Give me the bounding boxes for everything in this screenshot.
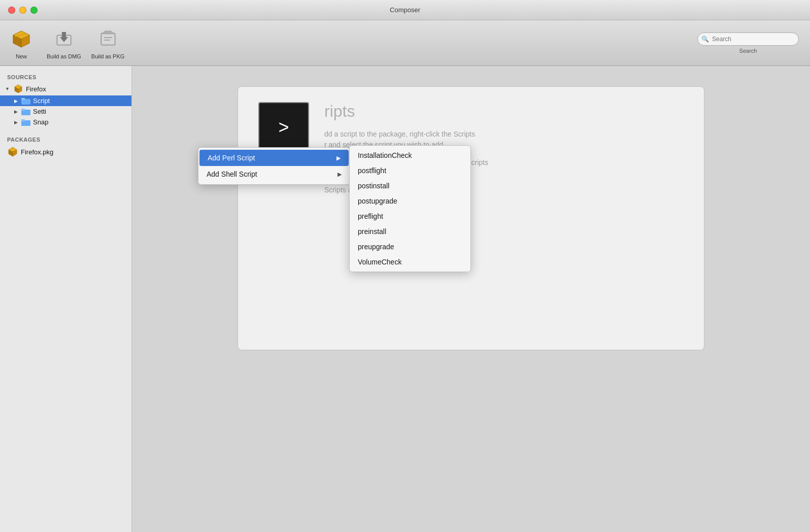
toolbar: New Build as DMG Build as PKG (0, 20, 810, 66)
build-dmg-icon (52, 27, 76, 51)
submenu-item-preupgrade[interactable]: preupgrade (350, 239, 470, 254)
menu-item-add-shell[interactable]: Add Shell Script ▶ (198, 166, 350, 182)
snapshots-arrow-icon: ▶ (14, 120, 18, 125)
build-dmg-button[interactable]: Build as DMG (47, 27, 81, 59)
menu-item-add-perl[interactable]: Add Perl Script ▶ (199, 150, 349, 166)
content-area: > ripts dd a script to the package, righ… (132, 66, 810, 532)
menu-arrow-perl-icon: ▶ (336, 155, 341, 161)
search-input[interactable] (697, 32, 799, 46)
title-bar: Composer (0, 0, 810, 20)
svg-rect-10 (102, 34, 114, 44)
maximize-button[interactable] (30, 7, 38, 14)
firefox-pkg-icon (7, 146, 18, 157)
sidebar-item-snapshots-label: Snap (33, 118, 48, 126)
submenu-item-postinstall[interactable]: postinstall (350, 178, 470, 193)
sources-section-label: SOURCES (0, 71, 131, 82)
scripts-panel: > ripts dd a script to the package, righ… (238, 86, 704, 350)
svg-marker-13 (103, 31, 113, 34)
menu-item-add-perl-label: Add Perl Script (208, 154, 255, 162)
close-button[interactable] (8, 7, 15, 14)
settings-arrow-icon: ▶ (14, 109, 18, 114)
search-container: 🔍 Search (697, 32, 799, 54)
search-icon: 🔍 (701, 36, 709, 43)
build-pkg-icon (96, 27, 120, 51)
window-controls (8, 7, 38, 14)
new-label: New (16, 53, 27, 59)
minimize-button[interactable] (19, 7, 26, 14)
sidebar-item-firefox-label: Firefox (26, 85, 46, 93)
firefox-package-icon (13, 84, 23, 94)
sidebar-item-settings[interactable]: ▶ Setti (0, 106, 131, 117)
scripts-folder-icon (21, 97, 30, 105)
scripts-title-text: ripts (324, 102, 355, 120)
search-label: Search (739, 48, 757, 54)
submenu-item-preflight[interactable]: preflight (350, 209, 470, 224)
expand-arrow-icon: ▼ (5, 86, 10, 91)
svg-rect-23 (21, 119, 25, 121)
submenu-item-volume-check[interactable]: VolumeCheck (350, 254, 470, 270)
new-button[interactable]: New (6, 27, 37, 59)
sidebar-item-settings-label: Setti (33, 108, 46, 115)
build-pkg-label: Build as PKG (91, 53, 124, 59)
new-icon (9, 27, 33, 51)
sidebar-item-scripts[interactable]: ▶ Script (0, 95, 131, 106)
menu-arrow-shell-icon: ▶ (338, 171, 342, 178)
sidebar: SOURCES ▼ Firefox ▶ Script ▶ (0, 66, 132, 532)
sidebar-item-firefox-pkg[interactable]: Firefox.pkg (0, 145, 131, 159)
scripts-arrow-icon: ▶ (14, 98, 18, 104)
packages-section-label: PACKAGES (0, 134, 131, 145)
submenu-item-installation-check[interactable]: InstallationCheck (350, 148, 470, 163)
sidebar-item-snapshots[interactable]: ▶ Snap (0, 117, 131, 127)
submenu-item-postflight[interactable]: postflight (350, 163, 470, 178)
sidebar-item-firefox[interactable]: ▼ Firefox (0, 82, 131, 95)
context-menu: Add Perl Script ▶ Add Shell Script ▶ (198, 147, 350, 185)
menu-item-add-shell-label: Add Shell Script (207, 170, 257, 178)
svg-rect-19 (21, 98, 25, 100)
build-dmg-label: Build as DMG (47, 53, 81, 59)
submenu: InstallationCheck postflight postinstall… (349, 145, 471, 272)
scripts-title: ripts (324, 102, 684, 121)
snapshots-folder-icon (21, 119, 30, 126)
build-pkg-button[interactable]: Build as PKG (91, 27, 124, 59)
terminal-symbol: > (278, 117, 289, 138)
window-title: Composer (390, 6, 420, 14)
sidebar-item-firefox-pkg-label: Firefox.pkg (21, 148, 53, 156)
svg-rect-21 (21, 109, 25, 111)
settings-folder-icon (21, 108, 30, 115)
main-layout: SOURCES ▼ Firefox ▶ Script ▶ (0, 66, 810, 532)
sidebar-item-scripts-label: Script (33, 97, 50, 105)
submenu-item-postupgrade[interactable]: postupgrade (350, 193, 470, 209)
scripts-thumbnail: > (258, 102, 309, 153)
submenu-item-preinstall[interactable]: preinstall (350, 224, 470, 239)
